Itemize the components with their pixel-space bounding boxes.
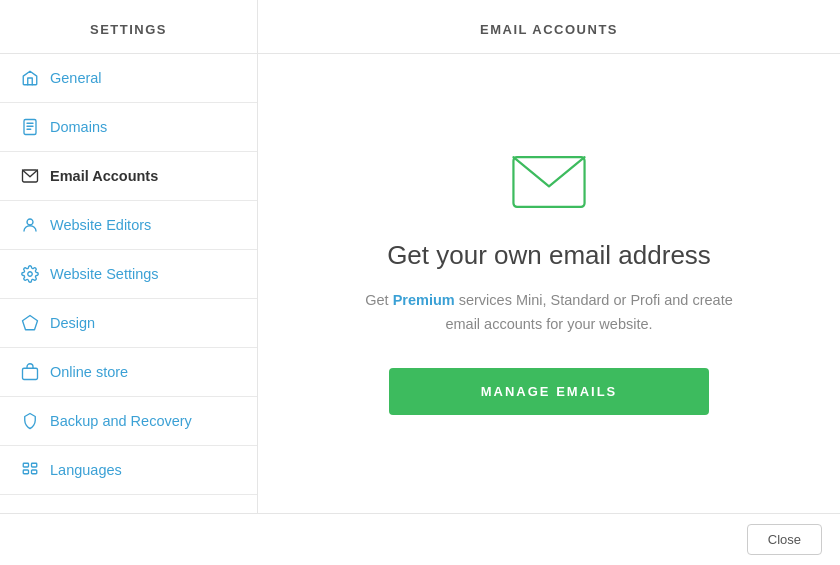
modal: SETTINGS General bbox=[0, 0, 840, 565]
description-prefix: Get bbox=[365, 292, 392, 308]
main-description: Get Premium services Mini, Standard or P… bbox=[364, 289, 734, 335]
close-button[interactable]: Close bbox=[747, 524, 822, 555]
description-middle: services Mini, Standard or Profi and cre… bbox=[445, 292, 732, 331]
svg-point-6 bbox=[28, 272, 33, 277]
main-body: Get your own email address Get Premium s… bbox=[304, 54, 794, 513]
sidebar-item-online-store-label: Online store bbox=[50, 364, 128, 380]
sidebar-item-backup-recovery-label: Backup and Recovery bbox=[50, 413, 192, 429]
svg-rect-10 bbox=[32, 463, 37, 467]
modal-body: SETTINGS General bbox=[0, 0, 840, 513]
sidebar-item-domains-label: Domains bbox=[50, 119, 107, 135]
svg-marker-7 bbox=[23, 316, 38, 330]
sidebar-item-general[interactable]: General bbox=[0, 54, 257, 103]
sidebar-item-website-settings-label: Website Settings bbox=[50, 266, 159, 282]
document-icon bbox=[20, 117, 40, 137]
svg-rect-8 bbox=[23, 368, 38, 379]
sidebar: SETTINGS General bbox=[0, 0, 258, 513]
diamond-icon bbox=[20, 313, 40, 333]
sidebar-item-email-accounts[interactable]: Email Accounts bbox=[0, 152, 257, 201]
sidebar-item-online-store[interactable]: Online store bbox=[0, 348, 257, 397]
sidebar-nav: General Domain bbox=[0, 54, 257, 495]
svg-rect-0 bbox=[24, 120, 36, 135]
email-large-icon bbox=[509, 152, 589, 212]
modal-footer: Close bbox=[0, 513, 840, 565]
description-highlight: Premium bbox=[393, 292, 455, 308]
svg-rect-12 bbox=[32, 470, 37, 474]
sidebar-item-website-editors[interactable]: Website Editors bbox=[0, 201, 257, 250]
svg-point-5 bbox=[27, 219, 33, 225]
email-nav-icon bbox=[20, 166, 40, 186]
manage-emails-button[interactable]: MANAGE EMAILS bbox=[389, 368, 709, 415]
svg-rect-9 bbox=[23, 463, 28, 467]
sidebar-item-languages-label: Languages bbox=[50, 462, 122, 478]
main-title: Get your own email address bbox=[387, 240, 711, 271]
home-icon bbox=[20, 68, 40, 88]
sidebar-header: SETTINGS bbox=[0, 0, 257, 54]
gear-icon bbox=[20, 264, 40, 284]
sidebar-item-email-label: Email Accounts bbox=[50, 168, 158, 184]
sidebar-item-design[interactable]: Design bbox=[0, 299, 257, 348]
shield-icon bbox=[20, 411, 40, 431]
main-header: EMAIL ACCOUNTS bbox=[258, 0, 840, 54]
sidebar-item-website-editors-label: Website Editors bbox=[50, 217, 151, 233]
sidebar-item-website-settings[interactable]: Website Settings bbox=[0, 250, 257, 299]
main-content: EMAIL ACCOUNTS Get your own email addres… bbox=[258, 0, 840, 513]
sidebar-item-languages[interactable]: Languages bbox=[0, 446, 257, 495]
sidebar-item-domains[interactable]: Domains bbox=[0, 103, 257, 152]
email-icon-wrapper bbox=[509, 152, 589, 216]
sidebar-item-design-label: Design bbox=[50, 315, 95, 331]
svg-rect-11 bbox=[23, 470, 28, 474]
grid-icon bbox=[20, 460, 40, 480]
sidebar-item-backup-recovery[interactable]: Backup and Recovery bbox=[0, 397, 257, 446]
bag-icon bbox=[20, 362, 40, 382]
user-icon bbox=[20, 215, 40, 235]
sidebar-item-general-label: General bbox=[50, 70, 102, 86]
